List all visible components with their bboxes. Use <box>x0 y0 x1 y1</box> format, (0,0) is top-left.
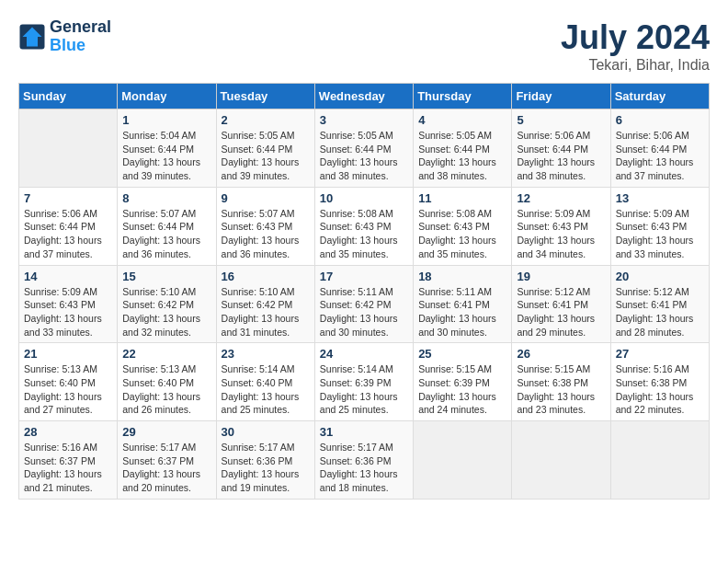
calendar-week-row: 1Sunrise: 5:04 AMSunset: 6:44 PMDaylight… <box>19 109 710 188</box>
calendar-cell: 15Sunrise: 5:10 AMSunset: 6:42 PMDayligh… <box>118 265 216 343</box>
day-info: Sunrise: 5:13 AMSunset: 6:40 PMDaylight:… <box>24 362 112 417</box>
day-number: 11 <box>418 191 506 205</box>
day-number: 2 <box>222 113 310 127</box>
calendar-cell <box>414 421 512 500</box>
day-number: 27 <box>616 347 704 361</box>
title-section: July 2024 Tekari, Bihar, India <box>561 18 710 74</box>
day-info: Sunrise: 5:06 AMSunset: 6:44 PMDaylight:… <box>616 129 704 183</box>
day-info: Sunrise: 5:06 AMSunset: 6:44 PMDaylight:… <box>517 129 605 183</box>
calendar-cell: 1Sunrise: 5:04 AMSunset: 6:44 PMDaylight… <box>118 109 216 188</box>
day-number: 13 <box>616 191 704 205</box>
day-info: Sunrise: 5:09 AMSunset: 6:43 PMDaylight:… <box>616 207 704 261</box>
calendar-cell: 21Sunrise: 5:13 AMSunset: 6:40 PMDayligh… <box>19 343 118 421</box>
weekday-header: Thursday <box>414 84 512 109</box>
day-number: 9 <box>222 191 310 205</box>
calendar-cell: 11Sunrise: 5:08 AMSunset: 6:43 PMDayligh… <box>414 187 512 265</box>
day-info: Sunrise: 5:06 AMSunset: 6:44 PMDaylight:… <box>24 207 112 261</box>
day-info: Sunrise: 5:17 AMSunset: 6:36 PMDaylight:… <box>222 441 310 495</box>
day-info: Sunrise: 5:17 AMSunset: 6:36 PMDaylight:… <box>320 441 408 495</box>
logo-icon <box>18 23 46 51</box>
day-info: Sunrise: 5:13 AMSunset: 6:40 PMDaylight:… <box>122 362 210 417</box>
calendar-cell: 5Sunrise: 5:06 AMSunset: 6:44 PMDaylight… <box>512 109 610 188</box>
day-number: 5 <box>517 113 605 127</box>
day-number: 30 <box>222 425 310 439</box>
day-info: Sunrise: 5:07 AMSunset: 6:44 PMDaylight:… <box>122 207 210 261</box>
calendar-cell: 14Sunrise: 5:09 AMSunset: 6:43 PMDayligh… <box>19 265 118 343</box>
calendar-cell: 25Sunrise: 5:15 AMSunset: 6:39 PMDayligh… <box>414 343 512 421</box>
day-info: Sunrise: 5:15 AMSunset: 6:39 PMDaylight:… <box>418 362 506 417</box>
calendar-cell: 20Sunrise: 5:12 AMSunset: 6:41 PMDayligh… <box>610 265 709 343</box>
month-year: July 2024 <box>561 18 710 57</box>
calendar-cell: 16Sunrise: 5:10 AMSunset: 6:42 PMDayligh… <box>216 265 314 343</box>
day-info: Sunrise: 5:09 AMSunset: 6:43 PMDaylight:… <box>24 285 112 339</box>
day-info: Sunrise: 5:05 AMSunset: 6:44 PMDaylight:… <box>320 129 408 183</box>
calendar-cell: 27Sunrise: 5:16 AMSunset: 6:38 PMDayligh… <box>610 343 709 421</box>
day-info: Sunrise: 5:16 AMSunset: 6:38 PMDaylight:… <box>616 362 704 417</box>
calendar-cell: 13Sunrise: 5:09 AMSunset: 6:43 PMDayligh… <box>610 187 709 265</box>
day-number: 25 <box>418 347 506 361</box>
day-number: 31 <box>320 425 408 439</box>
calendar-cell: 22Sunrise: 5:13 AMSunset: 6:40 PMDayligh… <box>118 343 216 421</box>
calendar-table: SundayMondayTuesdayWednesdayThursdayFrid… <box>18 83 710 500</box>
day-number: 14 <box>24 270 112 283</box>
day-info: Sunrise: 5:04 AMSunset: 6:44 PMDaylight:… <box>122 129 210 183</box>
day-number: 17 <box>320 270 408 283</box>
calendar-cell: 3Sunrise: 5:05 AMSunset: 6:44 PMDaylight… <box>314 109 413 188</box>
weekday-header: Wednesday <box>314 84 413 109</box>
day-info: Sunrise: 5:11 AMSunset: 6:42 PMDaylight:… <box>320 285 408 339</box>
calendar-cell: 10Sunrise: 5:08 AMSunset: 6:43 PMDayligh… <box>314 187 413 265</box>
calendar-cell: 6Sunrise: 5:06 AMSunset: 6:44 PMDaylight… <box>610 109 709 188</box>
calendar-week-row: 21Sunrise: 5:13 AMSunset: 6:40 PMDayligh… <box>19 343 710 421</box>
day-info: Sunrise: 5:12 AMSunset: 6:41 PMDaylight:… <box>517 285 605 339</box>
calendar-body: 1Sunrise: 5:04 AMSunset: 6:44 PMDaylight… <box>19 109 710 500</box>
calendar-header: SundayMondayTuesdayWednesdayThursdayFrid… <box>19 84 710 109</box>
day-info: Sunrise: 5:05 AMSunset: 6:44 PMDaylight:… <box>222 129 310 183</box>
day-number: 29 <box>122 425 210 439</box>
calendar-cell: 12Sunrise: 5:09 AMSunset: 6:43 PMDayligh… <box>512 187 610 265</box>
calendar-cell <box>610 421 709 500</box>
day-info: Sunrise: 5:14 AMSunset: 6:39 PMDaylight:… <box>320 362 408 417</box>
calendar-cell: 19Sunrise: 5:12 AMSunset: 6:41 PMDayligh… <box>512 265 610 343</box>
day-info: Sunrise: 5:12 AMSunset: 6:41 PMDaylight:… <box>616 285 704 339</box>
calendar-cell: 18Sunrise: 5:11 AMSunset: 6:41 PMDayligh… <box>414 265 512 343</box>
day-number: 20 <box>616 270 704 283</box>
weekday-header: Saturday <box>610 84 709 109</box>
day-number: 1 <box>122 113 210 127</box>
logo-general: General <box>50 18 111 37</box>
day-number: 10 <box>320 191 408 205</box>
day-number: 16 <box>222 270 310 283</box>
calendar-cell: 8Sunrise: 5:07 AMSunset: 6:44 PMDaylight… <box>118 187 216 265</box>
calendar-cell: 2Sunrise: 5:05 AMSunset: 6:44 PMDaylight… <box>216 109 314 188</box>
day-number: 18 <box>418 270 506 283</box>
day-number: 12 <box>517 191 605 205</box>
day-number: 21 <box>24 347 112 361</box>
calendar-cell: 30Sunrise: 5:17 AMSunset: 6:36 PMDayligh… <box>216 421 314 500</box>
calendar-cell: 23Sunrise: 5:14 AMSunset: 6:40 PMDayligh… <box>216 343 314 421</box>
day-number: 6 <box>616 113 704 127</box>
day-number: 15 <box>122 270 210 283</box>
day-info: Sunrise: 5:10 AMSunset: 6:42 PMDaylight:… <box>122 285 210 339</box>
calendar-week-row: 7Sunrise: 5:06 AMSunset: 6:44 PMDaylight… <box>19 187 710 265</box>
day-info: Sunrise: 5:11 AMSunset: 6:41 PMDaylight:… <box>418 285 506 339</box>
day-info: Sunrise: 5:08 AMSunset: 6:43 PMDaylight:… <box>320 207 408 261</box>
calendar-cell: 9Sunrise: 5:07 AMSunset: 6:43 PMDaylight… <box>216 187 314 265</box>
day-number: 23 <box>222 347 310 361</box>
day-info: Sunrise: 5:14 AMSunset: 6:40 PMDaylight:… <box>222 362 310 417</box>
day-number: 22 <box>122 347 210 361</box>
calendar-cell <box>19 109 118 188</box>
day-info: Sunrise: 5:15 AMSunset: 6:38 PMDaylight:… <box>517 362 605 417</box>
day-info: Sunrise: 5:17 AMSunset: 6:37 PMDaylight:… <box>122 441 210 495</box>
day-info: Sunrise: 5:09 AMSunset: 6:43 PMDaylight:… <box>517 207 605 261</box>
calendar-cell: 26Sunrise: 5:15 AMSunset: 6:38 PMDayligh… <box>512 343 610 421</box>
day-number: 24 <box>320 347 408 361</box>
weekday-header: Sunday <box>19 84 118 109</box>
day-number: 26 <box>517 347 605 361</box>
day-info: Sunrise: 5:08 AMSunset: 6:43 PMDaylight:… <box>418 207 506 261</box>
day-number: 19 <box>517 270 605 283</box>
weekday-row: SundayMondayTuesdayWednesdayThursdayFrid… <box>19 84 710 109</box>
weekday-header: Monday <box>118 84 216 109</box>
logo-text: General Blue <box>50 18 111 55</box>
weekday-header: Tuesday <box>216 84 314 109</box>
calendar-cell: 28Sunrise: 5:16 AMSunset: 6:37 PMDayligh… <box>19 421 118 500</box>
day-info: Sunrise: 5:05 AMSunset: 6:44 PMDaylight:… <box>418 129 506 183</box>
